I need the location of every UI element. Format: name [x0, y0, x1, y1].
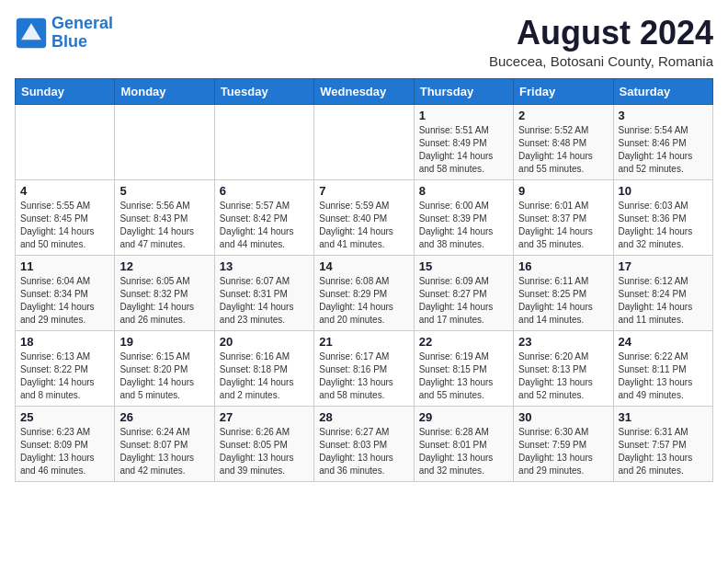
day-number: 26: [119, 410, 209, 424]
calendar-cell: [214, 104, 313, 179]
week-row-4: 18Sunrise: 6:13 AM Sunset: 8:22 PM Dayli…: [16, 330, 713, 406]
month-title: August 2024: [489, 15, 713, 52]
calendar-cell: 2Sunrise: 5:52 AM Sunset: 8:48 PM Daylig…: [514, 104, 613, 179]
day-info: Sunrise: 6:19 AM Sunset: 8:15 PM Dayligh…: [419, 350, 508, 402]
day-number: 22: [419, 335, 508, 349]
calendar-cell: 25Sunrise: 6:23 AM Sunset: 8:09 PM Dayli…: [16, 406, 115, 481]
calendar-cell: 12Sunrise: 6:05 AM Sunset: 8:32 PM Dayli…: [115, 255, 214, 330]
calendar-cell: 17Sunrise: 6:12 AM Sunset: 8:24 PM Dayli…: [613, 255, 712, 330]
day-number: 1: [419, 109, 508, 122]
day-number: 19: [119, 335, 209, 349]
day-info: Sunrise: 6:31 AM Sunset: 7:57 PM Dayligh…: [619, 426, 708, 477]
day-number: 18: [20, 335, 109, 349]
title-area: August 2024 Bucecea, Botosani County, Ro…: [489, 15, 713, 69]
calendar-cell: 28Sunrise: 6:27 AM Sunset: 8:03 PM Dayli…: [314, 406, 414, 481]
day-number: 13: [220, 259, 309, 273]
day-info: Sunrise: 6:15 AM Sunset: 8:20 PM Dayligh…: [119, 350, 209, 402]
weekday-header-friday: Friday: [514, 78, 613, 104]
logo-line1: General: [51, 14, 113, 32]
day-info: Sunrise: 5:55 AM Sunset: 8:45 PM Dayligh…: [20, 200, 109, 251]
day-info: Sunrise: 5:54 AM Sunset: 8:46 PM Dayligh…: [619, 124, 708, 176]
calendar-table: SundayMondayTuesdayWednesdayThursdayFrid…: [15, 78, 713, 482]
day-info: Sunrise: 5:51 AM Sunset: 8:49 PM Dayligh…: [419, 124, 508, 176]
day-info: Sunrise: 5:57 AM Sunset: 8:42 PM Dayligh…: [220, 200, 309, 251]
day-info: Sunrise: 6:20 AM Sunset: 8:13 PM Dayligh…: [518, 350, 608, 402]
day-number: 15: [419, 259, 508, 273]
day-info: Sunrise: 6:11 AM Sunset: 8:25 PM Dayligh…: [518, 275, 608, 327]
day-number: 2: [518, 109, 608, 122]
calendar-cell: 16Sunrise: 6:11 AM Sunset: 8:25 PM Dayli…: [514, 255, 613, 330]
calendar-cell: 5Sunrise: 5:56 AM Sunset: 8:43 PM Daylig…: [115, 179, 214, 255]
day-number: 29: [419, 410, 508, 424]
calendar-cell: 11Sunrise: 6:04 AM Sunset: 8:34 PM Dayli…: [16, 255, 115, 330]
calendar-cell: 20Sunrise: 6:16 AM Sunset: 8:18 PM Dayli…: [214, 330, 313, 406]
day-number: 8: [419, 184, 508, 198]
day-info: Sunrise: 5:59 AM Sunset: 8:40 PM Dayligh…: [319, 200, 408, 251]
day-info: Sunrise: 6:27 AM Sunset: 8:03 PM Dayligh…: [319, 426, 408, 477]
calendar-cell: 24Sunrise: 6:22 AM Sunset: 8:11 PM Dayli…: [613, 330, 712, 406]
day-number: 25: [20, 410, 109, 424]
location-title: Bucecea, Botosani County, Romania: [489, 53, 713, 69]
calendar-cell: 30Sunrise: 6:30 AM Sunset: 7:59 PM Dayli…: [514, 406, 613, 481]
calendar-cell: 13Sunrise: 6:07 AM Sunset: 8:31 PM Dayli…: [214, 255, 313, 330]
calendar-cell: 6Sunrise: 5:57 AM Sunset: 8:42 PM Daylig…: [214, 179, 313, 255]
day-info: Sunrise: 6:16 AM Sunset: 8:18 PM Dayligh…: [220, 350, 309, 402]
calendar-cell: [314, 104, 414, 179]
calendar-cell: [16, 104, 115, 179]
calendar-cell: 27Sunrise: 6:26 AM Sunset: 8:05 PM Dayli…: [214, 406, 313, 481]
weekday-header-monday: Monday: [115, 78, 214, 104]
day-info: Sunrise: 6:09 AM Sunset: 8:27 PM Dayligh…: [419, 275, 508, 327]
day-number: 10: [619, 184, 708, 198]
day-info: Sunrise: 6:13 AM Sunset: 8:22 PM Dayligh…: [20, 350, 109, 402]
day-number: 21: [319, 335, 408, 349]
week-row-5: 25Sunrise: 6:23 AM Sunset: 8:09 PM Dayli…: [16, 406, 713, 481]
logo-icon: [15, 17, 48, 50]
day-number: 3: [619, 109, 708, 122]
day-info: Sunrise: 6:24 AM Sunset: 8:07 PM Dayligh…: [119, 426, 209, 477]
day-number: 11: [20, 259, 109, 273]
day-info: Sunrise: 6:17 AM Sunset: 8:16 PM Dayligh…: [319, 350, 408, 402]
day-info: Sunrise: 6:05 AM Sunset: 8:32 PM Dayligh…: [119, 275, 209, 327]
day-number: 14: [319, 259, 408, 273]
day-info: Sunrise: 5:52 AM Sunset: 8:48 PM Dayligh…: [518, 124, 608, 176]
calendar-cell: 18Sunrise: 6:13 AM Sunset: 8:22 PM Dayli…: [16, 330, 115, 406]
day-number: 7: [319, 184, 408, 198]
day-number: 28: [319, 410, 408, 424]
logo-text: General Blue: [51, 15, 113, 52]
day-number: 9: [518, 184, 608, 198]
day-number: 17: [619, 259, 708, 273]
logo: General Blue: [15, 15, 113, 52]
day-info: Sunrise: 6:12 AM Sunset: 8:24 PM Dayligh…: [619, 275, 708, 327]
calendar-cell: [115, 104, 214, 179]
calendar-cell: 9Sunrise: 6:01 AM Sunset: 8:37 PM Daylig…: [514, 179, 613, 255]
weekday-header-thursday: Thursday: [414, 78, 513, 104]
week-row-2: 4Sunrise: 5:55 AM Sunset: 8:45 PM Daylig…: [16, 179, 713, 255]
calendar-cell: 31Sunrise: 6:31 AM Sunset: 7:57 PM Dayli…: [613, 406, 712, 481]
day-info: Sunrise: 6:08 AM Sunset: 8:29 PM Dayligh…: [319, 275, 408, 327]
calendar-cell: 15Sunrise: 6:09 AM Sunset: 8:27 PM Dayli…: [414, 255, 513, 330]
day-info: Sunrise: 6:30 AM Sunset: 7:59 PM Dayligh…: [518, 426, 608, 477]
day-info: Sunrise: 6:23 AM Sunset: 8:09 PM Dayligh…: [20, 426, 109, 477]
weekday-header-tuesday: Tuesday: [214, 78, 313, 104]
calendar-cell: 7Sunrise: 5:59 AM Sunset: 8:40 PM Daylig…: [314, 179, 414, 255]
logo-line2: Blue: [51, 32, 87, 51]
day-info: Sunrise: 6:28 AM Sunset: 8:01 PM Dayligh…: [419, 426, 508, 477]
day-number: 30: [518, 410, 608, 424]
calendar-cell: 14Sunrise: 6:08 AM Sunset: 8:29 PM Dayli…: [314, 255, 414, 330]
day-info: Sunrise: 6:00 AM Sunset: 8:39 PM Dayligh…: [419, 200, 508, 251]
calendar-cell: 10Sunrise: 6:03 AM Sunset: 8:36 PM Dayli…: [613, 179, 712, 255]
day-info: Sunrise: 6:01 AM Sunset: 8:37 PM Dayligh…: [518, 200, 608, 251]
calendar-cell: 23Sunrise: 6:20 AM Sunset: 8:13 PM Dayli…: [514, 330, 613, 406]
day-number: 4: [20, 184, 109, 198]
day-info: Sunrise: 6:07 AM Sunset: 8:31 PM Dayligh…: [220, 275, 309, 327]
weekday-header-row: SundayMondayTuesdayWednesdayThursdayFrid…: [16, 78, 713, 104]
calendar-cell: 3Sunrise: 5:54 AM Sunset: 8:46 PM Daylig…: [613, 104, 712, 179]
day-number: 24: [619, 335, 708, 349]
day-info: Sunrise: 5:56 AM Sunset: 8:43 PM Dayligh…: [119, 200, 209, 251]
day-number: 6: [220, 184, 309, 198]
week-row-3: 11Sunrise: 6:04 AM Sunset: 8:34 PM Dayli…: [16, 255, 713, 330]
calendar-cell: 26Sunrise: 6:24 AM Sunset: 8:07 PM Dayli…: [115, 406, 214, 481]
day-number: 16: [518, 259, 608, 273]
calendar-cell: 1Sunrise: 5:51 AM Sunset: 8:49 PM Daylig…: [414, 104, 513, 179]
calendar-cell: 22Sunrise: 6:19 AM Sunset: 8:15 PM Dayli…: [414, 330, 513, 406]
